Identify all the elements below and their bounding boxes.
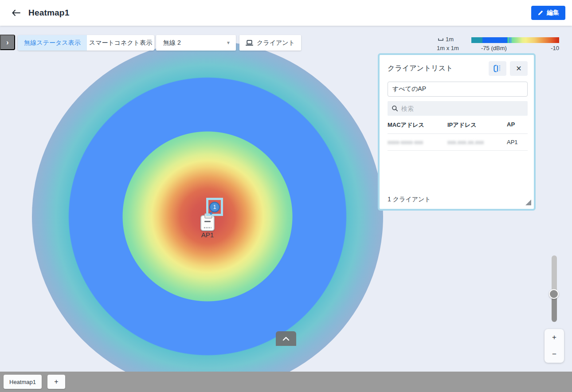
- radio-band-select[interactable]: 無線 2 ▼: [156, 35, 236, 51]
- floor-tab-bar: Heatmap1 +: [0, 372, 572, 392]
- laptop-icon: [246, 39, 253, 46]
- dock-panel-button[interactable]: [489, 61, 506, 76]
- legend-max-label: -10: [551, 45, 559, 51]
- zoom-slider-thumb[interactable]: [549, 289, 559, 299]
- ap-label: AP1: [192, 231, 223, 239]
- client-count-label: 1 クライアント: [388, 196, 431, 204]
- pencil-icon: [537, 10, 544, 16]
- column-header-ap: AP: [507, 121, 527, 129]
- client-search-box[interactable]: [388, 101, 528, 116]
- chevron-down-icon: ▼: [226, 40, 231, 45]
- page-title: Heatmap1: [28, 8, 69, 18]
- arrow-left-icon: [12, 9, 20, 16]
- signal-colorbar: [471, 37, 559, 43]
- floor-tab-heatmap1[interactable]: Heatmap1: [4, 375, 42, 389]
- client-badge[interactable]: 1: [209, 202, 220, 212]
- client-ap-value: AP1: [507, 139, 527, 145]
- column-header-mac: MACアドレス: [388, 121, 447, 129]
- client-ip-value: xxx.xxx.xx.xxx: [447, 139, 507, 145]
- ap-filter-value: すべてのAP: [392, 85, 426, 93]
- back-button[interactable]: [10, 7, 22, 19]
- scale-label: 1m: [446, 36, 454, 43]
- client-mac-value: xxxx-xxxx-xxx: [388, 139, 447, 145]
- chevron-up-icon: [282, 337, 290, 341]
- signal-legend: 1m 1m x 1m -75 (dBm) -10: [432, 35, 565, 53]
- edit-button-label: 編集: [547, 9, 559, 17]
- client-badge-count: 1: [213, 204, 216, 210]
- smart-connect-toggle[interactable]: スマートコネクト表示: [87, 35, 154, 51]
- client-table-row[interactable]: xxxx-xxxx-xxx xxx.xxx.xx.xxx AP1: [388, 134, 528, 151]
- app-header: Heatmap1 編集: [0, 0, 572, 26]
- chevron-right-icon: ›: [6, 39, 8, 47]
- sidebar-expand-button[interactable]: ›: [0, 35, 15, 50]
- ap-device-icon[interactable]: [200, 215, 215, 231]
- grid-size-label: 1m x 1m: [437, 45, 459, 51]
- add-floor-button[interactable]: +: [47, 375, 65, 389]
- client-list-panel-header: クライアントリスト ✕: [388, 61, 528, 76]
- radio-band-value: 無線 2: [163, 39, 181, 47]
- zoom-out-button[interactable]: −: [545, 346, 564, 363]
- client-table: MACアドレス IPアドレス AP xxxx-xxxx-xxx xxx.xxx.…: [388, 116, 528, 151]
- search-icon: [392, 105, 398, 112]
- zoom-buttons: + −: [545, 329, 564, 363]
- ap-filter-select[interactable]: すべてのAP: [388, 82, 528, 97]
- edit-button[interactable]: 編集: [531, 6, 565, 20]
- client-badge-tail: [210, 212, 212, 215]
- client-list-title: クライアントリスト: [388, 64, 453, 73]
- zoom-slider[interactable]: [552, 255, 557, 322]
- client-list-button[interactable]: クライアント: [239, 35, 301, 51]
- collapse-tabbar-button[interactable]: [276, 331, 296, 346]
- legend-min-label: -75 (dBm): [481, 45, 507, 51]
- display-toggle-group: 無線ステータス表示 スマートコネクト表示: [18, 35, 154, 51]
- ap-device-vents: [204, 227, 212, 228]
- ap-device-slot: [204, 221, 211, 222]
- dock-panel-icon: [494, 65, 502, 72]
- client-list-button-label: クライアント: [257, 39, 295, 47]
- measure-scale-icon: [438, 38, 443, 41]
- close-panel-button[interactable]: ✕: [510, 61, 528, 76]
- close-icon: ✕: [516, 64, 521, 73]
- client-search-input[interactable]: [401, 105, 512, 112]
- panel-resize-handle[interactable]: [525, 200, 531, 205]
- column-header-ip: IPアドレス: [447, 121, 507, 129]
- wireless-status-toggle[interactable]: 無線ステータス表示: [18, 35, 87, 51]
- zoom-in-button[interactable]: +: [545, 329, 564, 346]
- client-list-panel: クライアントリスト ✕ すべてのAP MACアドレス IPアドレス AP: [378, 53, 536, 211]
- zoom-slider-track-upper[interactable]: [552, 255, 557, 294]
- client-table-header: MACアドレス IPアドレス AP: [388, 116, 528, 134]
